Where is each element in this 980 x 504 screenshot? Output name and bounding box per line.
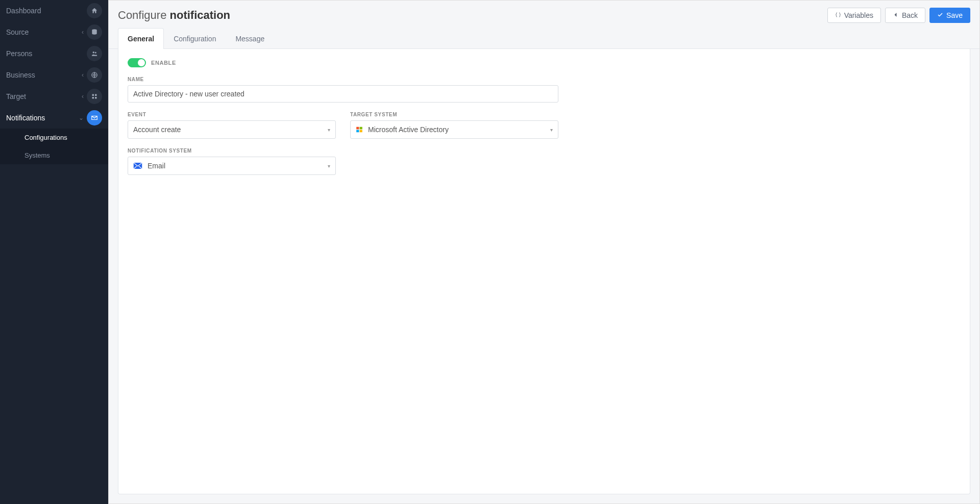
home-icon — [87, 3, 102, 18]
globe-icon — [87, 67, 102, 83]
check-icon — [937, 11, 943, 19]
enable-toggle[interactable] — [128, 58, 146, 67]
svg-rect-10 — [356, 130, 359, 133]
sidebar-item-source[interactable]: Source ‹ — [0, 21, 108, 43]
sidebar-item-persons[interactable]: Persons — [0, 43, 108, 64]
variables-button[interactable]: Variables — [827, 8, 881, 23]
notification-system-select[interactable]: Email ▾ — [128, 157, 336, 175]
svg-rect-6 — [92, 97, 94, 99]
sidebar-item-target[interactable]: Target ‹ — [0, 86, 108, 107]
name-input[interactable] — [128, 85, 558, 103]
notification-system-label: NOTIFICATION SYSTEM — [128, 148, 336, 154]
header-actions: Variables Back Save — [827, 8, 970, 23]
sidebar-item-label: Notifications — [6, 114, 79, 122]
users-icon — [87, 46, 102, 61]
select-value: Account create — [133, 125, 181, 134]
sidebar-subnav: Configurations Systems — [0, 129, 108, 164]
sidebar-item-label: Target — [6, 92, 82, 100]
email-icon — [133, 162, 142, 169]
svg-rect-5 — [95, 94, 97, 96]
title-bold: notification — [170, 9, 231, 21]
button-label: Variables — [844, 11, 873, 19]
select-value: Microsoft Active Directory — [368, 125, 449, 134]
sidebar-item-label: Source — [6, 28, 82, 36]
sidebar-item-notifications[interactable]: Notifications ⌄ — [0, 107, 108, 129]
sidebar-item-label: Dashboard — [6, 7, 87, 15]
event-label: EVENT — [128, 112, 336, 117]
sidebar-item-label: Persons — [6, 49, 87, 58]
svg-rect-7 — [95, 97, 97, 99]
target-system-select[interactable]: Microsoft Active Directory ▾ — [350, 120, 558, 139]
database-icon — [87, 24, 102, 40]
svg-rect-4 — [92, 94, 94, 96]
chevron-left-icon: ‹ — [82, 71, 84, 79]
back-button[interactable]: Back — [885, 8, 925, 23]
chevron-left-icon: ‹ — [82, 29, 84, 36]
svg-rect-8 — [356, 127, 359, 130]
tabs: General Configuration Message — [109, 28, 979, 49]
select-value: Email — [148, 162, 165, 170]
tab-message[interactable]: Message — [226, 28, 274, 49]
button-label: Back — [902, 11, 918, 19]
enable-label: ENABLE — [151, 60, 176, 66]
name-label: NAME — [128, 77, 558, 82]
chevron-left-icon: ‹ — [82, 93, 84, 100]
tab-panel: ENABLE NAME EVENT Account create ▾ TARGE… — [118, 49, 970, 494]
svg-rect-11 — [360, 130, 362, 133]
sidebar-subitem-systems[interactable]: Systems — [0, 146, 108, 164]
code-icon — [835, 11, 841, 19]
tab-configuration[interactable]: Configuration — [164, 28, 226, 49]
sidebar-item-dashboard[interactable]: Dashboard — [0, 0, 108, 21]
header: Configure notification Variables Back Sa… — [109, 1, 979, 28]
save-button[interactable]: Save — [929, 8, 970, 23]
sidebar-subitem-configurations[interactable]: Configurations — [0, 129, 108, 146]
target-system-label: TARGET SYSTEM — [350, 112, 558, 117]
grid-icon — [87, 89, 102, 104]
mail-icon — [87, 110, 102, 125]
caret-down-icon: ▾ — [550, 127, 553, 133]
caret-down-icon: ▾ — [328, 127, 330, 133]
svg-point-2 — [95, 52, 96, 54]
tab-general[interactable]: General — [118, 28, 164, 49]
caret-down-icon: ▾ — [328, 163, 330, 169]
svg-point-1 — [93, 52, 95, 54]
sidebar-item-label: Business — [6, 71, 82, 79]
page-title: Configure notification — [118, 9, 230, 22]
chevron-down-icon: ⌄ — [79, 114, 84, 121]
button-label: Save — [946, 11, 963, 19]
chevron-left-icon — [893, 11, 899, 19]
main: Configure notification Variables Back Sa… — [108, 0, 980, 504]
title-prefix: Configure — [118, 9, 166, 21]
windows-icon — [356, 126, 363, 133]
sidebar: Dashboard Source ‹ Persons Business ‹ — [0, 0, 108, 504]
sidebar-item-business[interactable]: Business ‹ — [0, 64, 108, 86]
event-select[interactable]: Account create ▾ — [128, 120, 336, 139]
svg-rect-9 — [360, 127, 362, 130]
